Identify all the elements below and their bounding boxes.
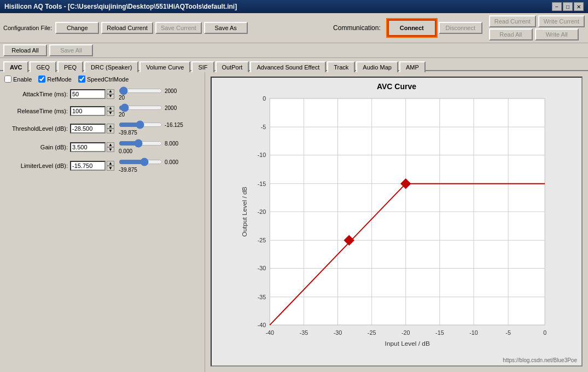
tab-peq[interactable]: PEQ [57, 61, 83, 72]
threshold-row: ThresholdLevel (dB): ▲ ▼ -16.125 -39.875 [4, 121, 200, 136]
change-button[interactable]: Change [55, 22, 99, 34]
svg-text:0: 0 [543, 329, 546, 336]
attack-time-input[interactable] [70, 89, 106, 99]
attack-time-label: AttackTime (ms): [4, 91, 70, 97]
connect-button[interactable]: Connect [390, 22, 434, 34]
gain-input[interactable] [70, 142, 106, 152]
release-time-label: ReleaseTime (ms): [4, 108, 70, 114]
attack-time-down[interactable]: ▼ [107, 94, 114, 99]
main-window: Configuration File: Change Reload Curren… [0, 13, 588, 372]
svg-text:-15: -15 [435, 329, 444, 336]
chart-container: AVC Curve [211, 77, 583, 367]
threshold-input[interactable] [70, 124, 106, 133]
reload-current-button[interactable]: Reload Current [101, 22, 153, 34]
save-all-button[interactable]: Save All [49, 44, 93, 56]
threshold-spinner: ▲ ▼ [107, 124, 114, 133]
release-time-down[interactable]: ▼ [107, 111, 114, 116]
attack-time-row: AttackTime (ms): ▲ ▼ 2000 20 [4, 87, 200, 101]
svg-text:Input Level / dB: Input Level / dB [385, 340, 430, 347]
window-title: Hisilicon AQ Tools - [C:\Users\qiujining… [4, 3, 237, 10]
speedctrlmode-checkbox-item: SpeedCtrlMode [78, 75, 129, 83]
attack-time-min-label: 20 [119, 95, 125, 101]
tab-outport[interactable]: OutPort [216, 61, 249, 72]
threshold-up[interactable]: ▲ [107, 124, 114, 129]
gain-slider-group: 8.000 0.000 [119, 140, 187, 155]
tab-advanced-sound[interactable]: Advanced Sound Effect [250, 61, 326, 72]
limiter-down[interactable]: ▼ [107, 166, 114, 171]
limiter-max: 0.000 [165, 159, 187, 165]
limiter-spinner: ▲ ▼ [107, 161, 114, 171]
config-file-label: Configuration File: [3, 25, 52, 31]
tab-drc[interactable]: DRC (Speaker) [84, 61, 138, 72]
close-button[interactable]: ✕ [574, 2, 584, 11]
save-as-button[interactable]: Save As [204, 22, 248, 34]
refmode-label: RefMode [47, 76, 72, 83]
chart-area: AVC Curve [205, 71, 588, 372]
threshold-max: -16.125 [165, 122, 187, 128]
gain-label: Gain (dB): [4, 144, 70, 150]
threshold-down[interactable]: ▼ [107, 129, 114, 133]
window-controls[interactable]: − □ ✕ [552, 2, 584, 11]
release-time-slider-group: 2000 20 [119, 104, 187, 118]
tab-avc[interactable]: AVC [3, 61, 28, 72]
speedctrlmode-checkbox[interactable] [78, 75, 85, 83]
release-time-spinner: ▲ ▼ [107, 106, 114, 116]
svg-text:-30: -30 [258, 265, 266, 271]
refmode-checkbox-item: RefMode [38, 75, 72, 83]
gain-min-label: 0.000 [119, 148, 132, 154]
toolbar-row1: Configuration File: Change Reload Curren… [0, 13, 588, 43]
tab-geq[interactable]: GEQ [30, 61, 56, 72]
tab-track[interactable]: Track [327, 61, 355, 72]
release-time-slider[interactable] [119, 104, 162, 112]
limiter-slider-group: 0.000 -39.875 [119, 158, 187, 173]
attack-time-spinner: ▲ ▼ [107, 89, 114, 99]
limiter-min-label: -39.875 [119, 167, 137, 173]
limiter-up[interactable]: ▲ [107, 161, 114, 166]
content-area: Enable RefMode SpeedCtrlMode AttackTime … [0, 70, 588, 372]
read-current-button[interactable]: Read Current [489, 15, 536, 27]
svg-text:-30: -30 [334, 329, 342, 336]
gain-slider[interactable] [119, 140, 162, 147]
threshold-min-label: -39.875 [119, 130, 137, 136]
threshold-slider[interactable] [119, 121, 162, 129]
tab-amp[interactable]: AMP [399, 61, 426, 72]
limiter-row: LimiterLevel (dB): ▲ ▼ 0.000 -39.875 [4, 158, 200, 173]
write-current-button[interactable]: Write Current [538, 15, 585, 27]
attack-time-slider[interactable] [119, 87, 162, 95]
svg-text:-40: -40 [258, 322, 266, 328]
release-time-max: 2000 [165, 105, 187, 111]
release-time-input[interactable] [70, 106, 106, 116]
write-all-button[interactable]: Write All [535, 28, 579, 40]
tabs-row: AVC GEQ PEQ DRC (Speaker) Volume Curve S… [0, 58, 588, 71]
limiter-slider[interactable] [119, 158, 162, 166]
enable-checkbox[interactable] [4, 75, 11, 83]
save-current-button[interactable]: Save Current [155, 22, 202, 34]
communication-label: Communication: [333, 24, 381, 32]
reload-all-button[interactable]: Reload All [3, 44, 47, 56]
maximize-button[interactable]: □ [563, 2, 573, 11]
tab-sif[interactable]: SIF [191, 61, 214, 72]
gain-row: Gain (dB): ▲ ▼ 8.000 0.000 [4, 140, 200, 155]
gain-down[interactable]: ▼ [107, 147, 114, 152]
svg-text:-25: -25 [368, 329, 376, 336]
limiter-input[interactable] [70, 161, 106, 171]
tab-volume-curve[interactable]: Volume Curve [139, 61, 190, 72]
watermark: https://blog.csdn.net/Blue3Poe [503, 357, 577, 363]
title-bar: Hisilicon AQ Tools - [C:\Users\qiujining… [0, 0, 588, 13]
svg-text:0: 0 [263, 95, 266, 102]
disconnect-button[interactable]: Disconnect [439, 22, 482, 34]
tab-audio-map[interactable]: Audio Map [356, 61, 398, 72]
threshold-label: ThresholdLevel (dB): [4, 125, 70, 132]
gain-up[interactable]: ▲ [107, 142, 114, 147]
refmode-checkbox[interactable] [38, 75, 45, 83]
svg-text:-25: -25 [258, 237, 266, 243]
limiter-label: LimiterLevel (dB): [4, 162, 70, 169]
svg-text:-20: -20 [401, 329, 410, 336]
read-all-button[interactable]: Read All [489, 28, 533, 40]
minimize-button[interactable]: − [552, 2, 562, 11]
enable-label: Enable [13, 76, 32, 83]
svg-text:-40: -40 [265, 329, 274, 336]
communication-group: Communication: Connect Disconnect [333, 19, 482, 37]
avc-curve-chart[interactable]: -40 -35 -30 -25 -20 -15 -10 -5 0 Input L… [212, 93, 581, 352]
svg-text:-20: -20 [258, 208, 266, 215]
